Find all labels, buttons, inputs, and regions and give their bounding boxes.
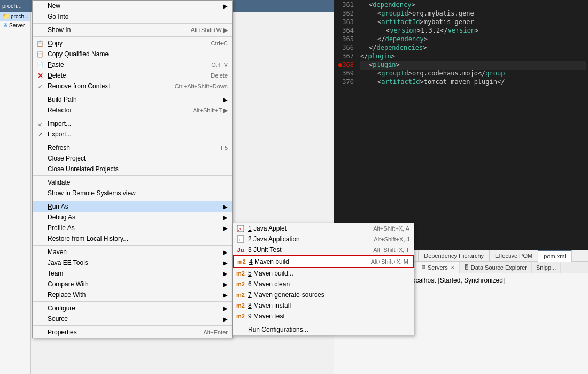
menu-maven[interactable]: Maven ▶: [33, 247, 232, 257]
code-line-370: <artifactId>tomcat-maven-plugin</: [360, 78, 586, 87]
divider-9: [33, 301, 232, 302]
menu-refactor-label: Refactor: [48, 106, 72, 114]
menu-remove-context[interactable]: ↙ Remove from Context Ctrl+Alt+Shift+Dow…: [33, 81, 232, 91]
code-line-363: <artifactId>mybatis-gener: [360, 18, 586, 27]
submenu-java-applet-label: 1 Java Applet: [248, 225, 287, 232]
menu-replace-with-arrow: ▶: [223, 292, 228, 298]
divider-6: [33, 175, 232, 176]
menu-new-label: New: [48, 2, 60, 10]
menu-show-in-label: Show In: [48, 26, 71, 34]
pom-tab-effective-pom[interactable]: Effective POM: [490, 250, 538, 262]
maven-generate-icon: m2: [236, 291, 245, 299]
menu-refactor[interactable]: Refactor Alt+Shift+T ▶: [33, 105, 232, 116]
submenu-java-applet[interactable]: A 1 Java Applet Alt+Shift+X, A: [233, 223, 414, 234]
submenu-maven-test[interactable]: m2 9 Maven test: [233, 311, 414, 322]
menu-export[interactable]: ↗ Export...: [33, 129, 232, 140]
copy-icon: 📋: [36, 39, 44, 48]
menu-remove-context-shortcut: Ctrl+Alt+Shift+Down: [175, 83, 228, 89]
menu-import[interactable]: ↙ Import...: [33, 118, 232, 129]
menu-debug-as[interactable]: Debug As ▶: [33, 212, 232, 223]
menu-copy-qualified[interactable]: 📋 Copy Qualified Name: [33, 49, 232, 59]
tab-snippets[interactable]: Snipp...: [532, 262, 561, 273]
menu-new-arrow: ▶: [223, 3, 228, 9]
menu-refactor-shortcut: Alt+Shift+T ▶: [193, 107, 228, 114]
submenu-maven-install[interactable]: m2 8 Maven install: [233, 300, 414, 311]
menu-delete[interactable]: ✕ Delete Delete: [33, 70, 232, 81]
menu-validate[interactable]: Validate: [33, 177, 232, 188]
menu-show-in[interactable]: Show In Alt+Shift+W ▶: [33, 25, 232, 35]
menu-copy-qualified-label: Copy Qualified Name: [48, 50, 109, 58]
svg-text:J: J: [238, 238, 240, 242]
menu-source-label: Source: [48, 315, 68, 323]
remove-context-icon: ↙: [36, 82, 44, 90]
servers-icon: 🖥: [421, 264, 426, 270]
copy-qualified-icon: 📋: [36, 50, 44, 58]
pom-tab-pom-xml[interactable]: pom.xml: [538, 250, 572, 262]
divider-5: [33, 141, 232, 141]
tab-servers[interactable]: 🖥 Servers ✕: [416, 262, 460, 273]
line-num-365: 365: [334, 35, 358, 44]
menu-restore-history[interactable]: Restore from Local History...: [33, 233, 232, 244]
menu-profile-as[interactable]: Profile As ▶: [33, 223, 232, 233]
line-num-367: 367: [334, 52, 358, 61]
line-num-361: 361: [334, 1, 358, 10]
menu-close-unrelated[interactable]: Close Unrelated Projects: [33, 164, 232, 174]
menu-go-into[interactable]: Go Into: [33, 11, 232, 22]
server-item[interactable]: 🖥 Server: [0, 21, 30, 29]
pom-tab-effective-pom-label: Effective POM: [495, 253, 532, 259]
menu-paste[interactable]: 📄 Paste Ctrl+V: [33, 59, 232, 70]
menu-close-project-label: Close Project: [48, 155, 86, 162]
menu-validate-label: Validate: [48, 179, 70, 186]
line-num-366: 366: [334, 44, 358, 52]
menu-run-as[interactable]: Run As ▶: [33, 201, 232, 212]
menu-compare-with-label: Compare With: [48, 280, 89, 288]
pom-tab-pom-xml-label: pom.xml: [544, 253, 566, 259]
menu-copy[interactable]: 📋 Copy Ctrl+C: [33, 38, 232, 49]
menu-new[interactable]: New ▶: [33, 1, 232, 11]
code-line-368: <plugin>: [360, 61, 586, 70]
pom-tab-dep-hierarchy[interactable]: Dependency Hierarchy: [419, 250, 490, 262]
menu-team[interactable]: Team ▶: [33, 268, 232, 279]
menu-import-label: Import...: [48, 120, 71, 127]
submenu-run-configs[interactable]: Run Configurations...: [233, 324, 414, 335]
menu-configure[interactable]: Configure ▶: [33, 303, 232, 314]
applet-icon: A: [236, 224, 245, 233]
menu-team-arrow: ▶: [223, 271, 228, 277]
project-label: proch...: [11, 13, 28, 19]
submenu-run-configs-label: Run Configurations...: [248, 326, 308, 333]
menu-refresh[interactable]: Refresh F5: [33, 142, 232, 153]
menu-build-path[interactable]: Build Path ▶: [33, 94, 232, 105]
project-tree: 📁 proch... 🖥 Server: [0, 12, 31, 374]
servers-close[interactable]: ✕: [451, 265, 455, 270]
menu-show-remote[interactable]: Show in Remote Systems view: [33, 188, 232, 199]
tab-data-source[interactable]: 🗄 Data Source Explorer: [460, 262, 532, 273]
menu-compare-with[interactable]: Compare With ▶: [33, 279, 232, 289]
menu-java-ee-tools-arrow: ▶: [223, 260, 228, 266]
menu-replace-with[interactable]: Replace With ▶: [33, 289, 232, 300]
menu-source[interactable]: Source ▶: [33, 314, 232, 324]
delete-icon: ✕: [36, 71, 44, 80]
submenu-maven-clean[interactable]: m2 6 Maven clean: [233, 279, 414, 289]
submenu-java-app[interactable]: J 2 Java Application Alt+Shift+X, J: [233, 234, 414, 245]
menu-properties[interactable]: Properties Alt+Enter: [33, 327, 232, 338]
server-status: [Started, Synchronized]: [438, 277, 505, 284]
line-num-369: 369: [334, 70, 358, 78]
divider-10: [33, 325, 232, 326]
pom-tab-dep-hierarchy-label: Dependency Hierarchy: [424, 253, 484, 259]
menu-run-as-arrow: ▶: [223, 204, 228, 210]
line-num-362: 362: [334, 10, 358, 18]
svg-text:A: A: [238, 227, 242, 232]
menu-close-project[interactable]: Close Project: [33, 153, 232, 164]
menu-compare-with-arrow: ▶: [223, 281, 228, 287]
code-line-364: <version>1.3.2</version>: [360, 27, 586, 35]
submenu-maven-build2[interactable]: m2 5 Maven build...: [233, 268, 414, 279]
tab-snippets-label: Snipp...: [536, 264, 556, 271]
menu-refresh-shortcut: F5: [221, 144, 228, 151]
submenu-maven-build[interactable]: m2 4 Maven build Alt+Shift+X, M: [233, 255, 414, 268]
submenu-maven-generate[interactable]: m2 7 Maven generate-sources: [233, 289, 414, 300]
maven-build-icon: m2: [237, 257, 246, 266]
project-item[interactable]: 📁 proch...: [0, 12, 30, 21]
code-line-361: <dependency>: [360, 1, 586, 10]
submenu-junit[interactable]: Ju 3 JUnit Test Alt+Shift+X, T: [233, 245, 414, 255]
menu-java-ee-tools[interactable]: Java EE Tools ▶: [33, 257, 232, 268]
